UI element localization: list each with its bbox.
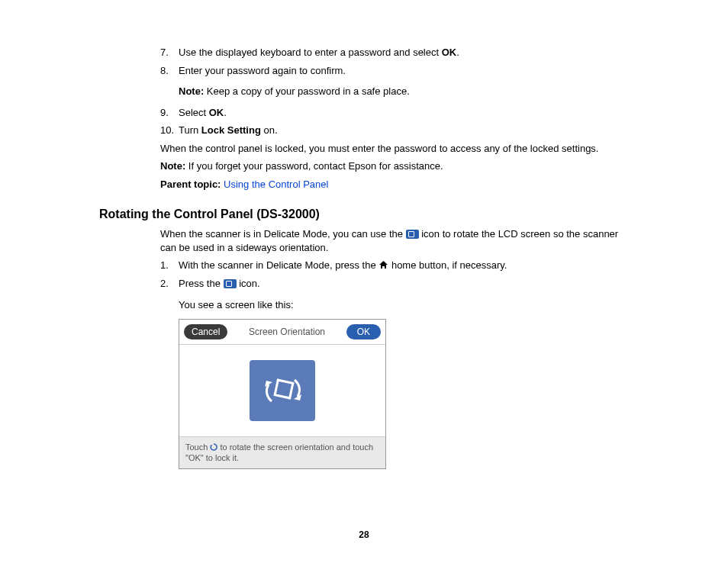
parent-topic-link[interactable]: Using the Control Panel	[224, 179, 328, 190]
note-2: Note: If you forget your password, conta…	[160, 159, 629, 173]
step-number: 10.	[160, 124, 179, 137]
step-text: Turn Lock Setting on.	[179, 124, 278, 137]
step-text: Press the icon.	[179, 277, 260, 291]
step-9: 9. Select OK.	[160, 106, 629, 120]
rotate-icon	[224, 279, 237, 288]
rotate-tile-icon	[250, 360, 315, 421]
rotate-icon	[210, 442, 217, 450]
screen-orientation-mock: Cancel Screen Orientation OK Touch to ro…	[179, 319, 386, 469]
rotate-icon	[406, 230, 419, 239]
note-1: Note: Keep a copy of your password in a …	[179, 85, 629, 98]
svg-rect-0	[275, 380, 293, 398]
step-text: With the scanner in Delicate Mode, press…	[179, 259, 507, 272]
step-c2: 2. Press the icon.	[160, 277, 629, 291]
home-icon	[378, 260, 388, 269]
step-8: 8. Enter your password again to confirm.	[160, 64, 629, 78]
step-text: Select OK.	[179, 106, 227, 120]
locked-info: When the control panel is locked, you mu…	[160, 142, 629, 156]
step-text: Use the displayed keyboard to enter a pa…	[179, 46, 459, 60]
page-number: 28	[0, 529, 728, 540]
ok-button: OK	[346, 324, 381, 339]
step-number: 7.	[160, 46, 179, 60]
screen-footer: Touch to rotate the screen orientation a…	[179, 436, 385, 468]
step-text: Enter your password again to confirm.	[179, 64, 346, 78]
section-intro: When the scanner is in Delicate Mode, yo…	[160, 227, 629, 254]
screen-title: Screen Orientation	[249, 327, 325, 337]
step-number: 2.	[160, 277, 179, 291]
step-c1: 1. With the scanner in Delicate Mode, pr…	[160, 259, 629, 272]
step-number: 1.	[160, 259, 179, 272]
cancel-button: Cancel	[184, 324, 227, 339]
screen-header: Cancel Screen Orientation OK	[179, 320, 385, 345]
step-10: 10. Turn Lock Setting on.	[160, 124, 629, 137]
step-number: 8.	[160, 64, 179, 78]
step-number: 9.	[160, 106, 179, 120]
step-7: 7. Use the displayed keyboard to enter a…	[160, 46, 629, 60]
screen-body	[179, 345, 385, 436]
parent-topic: Parent topic: Using the Control Panel	[160, 178, 629, 191]
section-heading: Rotating the Control Panel (DS-32000)	[99, 208, 629, 221]
you-see-text: You see a screen like this:	[179, 298, 629, 312]
